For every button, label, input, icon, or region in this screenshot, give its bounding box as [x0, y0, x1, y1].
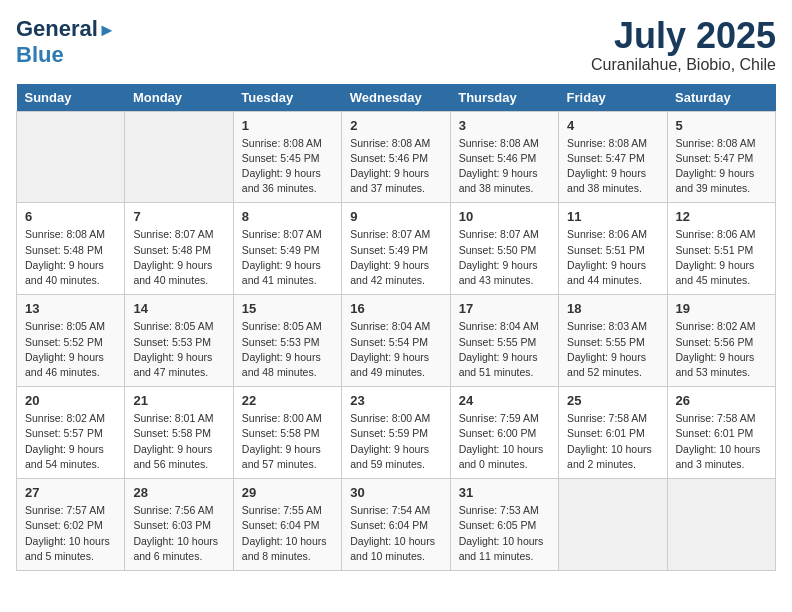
calendar-cell: 21Sunrise: 8:01 AM Sunset: 5:58 PM Dayli… — [125, 387, 233, 479]
day-info: Sunrise: 8:06 AM Sunset: 5:51 PM Dayligh… — [567, 227, 658, 288]
calendar-cell: 4Sunrise: 8:08 AM Sunset: 5:47 PM Daylig… — [559, 111, 667, 203]
weekday-header: Tuesday — [233, 84, 341, 112]
day-number: 2 — [350, 118, 441, 133]
day-info: Sunrise: 8:03 AM Sunset: 5:55 PM Dayligh… — [567, 319, 658, 380]
day-number: 28 — [133, 485, 224, 500]
weekday-header-row: SundayMondayTuesdayWednesdayThursdayFrid… — [17, 84, 776, 112]
day-number: 29 — [242, 485, 333, 500]
day-number: 9 — [350, 209, 441, 224]
calendar-cell: 28Sunrise: 7:56 AM Sunset: 6:03 PM Dayli… — [125, 479, 233, 571]
day-info: Sunrise: 8:00 AM Sunset: 5:58 PM Dayligh… — [242, 411, 333, 472]
day-number: 15 — [242, 301, 333, 316]
day-info: Sunrise: 8:08 AM Sunset: 5:47 PM Dayligh… — [676, 136, 767, 197]
day-number: 26 — [676, 393, 767, 408]
calendar-cell: 15Sunrise: 8:05 AM Sunset: 5:53 PM Dayli… — [233, 295, 341, 387]
calendar-cell: 20Sunrise: 8:02 AM Sunset: 5:57 PM Dayli… — [17, 387, 125, 479]
day-info: Sunrise: 8:07 AM Sunset: 5:50 PM Dayligh… — [459, 227, 550, 288]
calendar-cell: 6Sunrise: 8:08 AM Sunset: 5:48 PM Daylig… — [17, 203, 125, 295]
day-number: 22 — [242, 393, 333, 408]
month-title: July 2025 — [591, 16, 776, 56]
day-info: Sunrise: 7:59 AM Sunset: 6:00 PM Dayligh… — [459, 411, 550, 472]
calendar-cell: 26Sunrise: 7:58 AM Sunset: 6:01 PM Dayli… — [667, 387, 775, 479]
title-block: July 2025 Curanilahue, Biobio, Chile — [591, 16, 776, 74]
calendar-cell: 22Sunrise: 8:00 AM Sunset: 5:58 PM Dayli… — [233, 387, 341, 479]
calendar-week-row: 1Sunrise: 8:08 AM Sunset: 5:45 PM Daylig… — [17, 111, 776, 203]
calendar-cell: 27Sunrise: 7:57 AM Sunset: 6:02 PM Dayli… — [17, 479, 125, 571]
calendar-cell: 31Sunrise: 7:53 AM Sunset: 6:05 PM Dayli… — [450, 479, 558, 571]
calendar-cell: 7Sunrise: 8:07 AM Sunset: 5:48 PM Daylig… — [125, 203, 233, 295]
calendar-cell: 16Sunrise: 8:04 AM Sunset: 5:54 PM Dayli… — [342, 295, 450, 387]
logo-arrow-icon: ► — [98, 20, 116, 40]
day-info: Sunrise: 8:07 AM Sunset: 5:48 PM Dayligh… — [133, 227, 224, 288]
logo: General► Blue — [16, 16, 116, 69]
calendar-cell: 11Sunrise: 8:06 AM Sunset: 5:51 PM Dayli… — [559, 203, 667, 295]
calendar-cell: 13Sunrise: 8:05 AM Sunset: 5:52 PM Dayli… — [17, 295, 125, 387]
calendar-cell: 24Sunrise: 7:59 AM Sunset: 6:00 PM Dayli… — [450, 387, 558, 479]
calendar-table: SundayMondayTuesdayWednesdayThursdayFrid… — [16, 84, 776, 571]
calendar-cell: 2Sunrise: 8:08 AM Sunset: 5:46 PM Daylig… — [342, 111, 450, 203]
day-number: 12 — [676, 209, 767, 224]
calendar-cell: 5Sunrise: 8:08 AM Sunset: 5:47 PM Daylig… — [667, 111, 775, 203]
calendar-cell: 18Sunrise: 8:03 AM Sunset: 5:55 PM Dayli… — [559, 295, 667, 387]
day-number: 4 — [567, 118, 658, 133]
day-info: Sunrise: 8:07 AM Sunset: 5:49 PM Dayligh… — [242, 227, 333, 288]
calendar-cell: 3Sunrise: 8:08 AM Sunset: 5:46 PM Daylig… — [450, 111, 558, 203]
day-info: Sunrise: 8:04 AM Sunset: 5:55 PM Dayligh… — [459, 319, 550, 380]
day-info: Sunrise: 8:05 AM Sunset: 5:52 PM Dayligh… — [25, 319, 116, 380]
page-header: General► Blue July 2025 Curanilahue, Bio… — [16, 16, 776, 74]
day-number: 6 — [25, 209, 116, 224]
calendar-week-row: 27Sunrise: 7:57 AM Sunset: 6:02 PM Dayli… — [17, 479, 776, 571]
day-number: 30 — [350, 485, 441, 500]
calendar-cell — [559, 479, 667, 571]
day-info: Sunrise: 7:58 AM Sunset: 6:01 PM Dayligh… — [676, 411, 767, 472]
calendar-cell: 17Sunrise: 8:04 AM Sunset: 5:55 PM Dayli… — [450, 295, 558, 387]
day-info: Sunrise: 8:08 AM Sunset: 5:45 PM Dayligh… — [242, 136, 333, 197]
day-info: Sunrise: 7:54 AM Sunset: 6:04 PM Dayligh… — [350, 503, 441, 564]
calendar-week-row: 13Sunrise: 8:05 AM Sunset: 5:52 PM Dayli… — [17, 295, 776, 387]
day-info: Sunrise: 8:01 AM Sunset: 5:58 PM Dayligh… — [133, 411, 224, 472]
day-number: 21 — [133, 393, 224, 408]
day-number: 8 — [242, 209, 333, 224]
calendar-cell: 30Sunrise: 7:54 AM Sunset: 6:04 PM Dayli… — [342, 479, 450, 571]
day-number: 25 — [567, 393, 658, 408]
weekday-header: Friday — [559, 84, 667, 112]
day-info: Sunrise: 8:07 AM Sunset: 5:49 PM Dayligh… — [350, 227, 441, 288]
logo-text: General► Blue — [16, 16, 116, 69]
day-info: Sunrise: 8:08 AM Sunset: 5:46 PM Dayligh… — [459, 136, 550, 197]
day-info: Sunrise: 7:58 AM Sunset: 6:01 PM Dayligh… — [567, 411, 658, 472]
day-number: 27 — [25, 485, 116, 500]
day-info: Sunrise: 8:08 AM Sunset: 5:47 PM Dayligh… — [567, 136, 658, 197]
day-info: Sunrise: 7:56 AM Sunset: 6:03 PM Dayligh… — [133, 503, 224, 564]
calendar-cell: 1Sunrise: 8:08 AM Sunset: 5:45 PM Daylig… — [233, 111, 341, 203]
day-number: 16 — [350, 301, 441, 316]
day-number: 10 — [459, 209, 550, 224]
day-info: Sunrise: 7:55 AM Sunset: 6:04 PM Dayligh… — [242, 503, 333, 564]
location: Curanilahue, Biobio, Chile — [591, 56, 776, 74]
day-number: 5 — [676, 118, 767, 133]
day-number: 24 — [459, 393, 550, 408]
calendar-cell: 9Sunrise: 8:07 AM Sunset: 5:49 PM Daylig… — [342, 203, 450, 295]
weekday-header: Saturday — [667, 84, 775, 112]
day-number: 20 — [25, 393, 116, 408]
day-info: Sunrise: 8:04 AM Sunset: 5:54 PM Dayligh… — [350, 319, 441, 380]
calendar-cell: 12Sunrise: 8:06 AM Sunset: 5:51 PM Dayli… — [667, 203, 775, 295]
calendar-cell — [17, 111, 125, 203]
calendar-cell — [667, 479, 775, 571]
calendar-cell: 23Sunrise: 8:00 AM Sunset: 5:59 PM Dayli… — [342, 387, 450, 479]
day-info: Sunrise: 8:00 AM Sunset: 5:59 PM Dayligh… — [350, 411, 441, 472]
calendar-cell: 29Sunrise: 7:55 AM Sunset: 6:04 PM Dayli… — [233, 479, 341, 571]
day-number: 31 — [459, 485, 550, 500]
day-number: 23 — [350, 393, 441, 408]
calendar-week-row: 6Sunrise: 8:08 AM Sunset: 5:48 PM Daylig… — [17, 203, 776, 295]
day-info: Sunrise: 8:05 AM Sunset: 5:53 PM Dayligh… — [242, 319, 333, 380]
day-info: Sunrise: 7:53 AM Sunset: 6:05 PM Dayligh… — [459, 503, 550, 564]
day-number: 18 — [567, 301, 658, 316]
calendar-cell: 10Sunrise: 8:07 AM Sunset: 5:50 PM Dayli… — [450, 203, 558, 295]
day-number: 7 — [133, 209, 224, 224]
calendar-cell: 19Sunrise: 8:02 AM Sunset: 5:56 PM Dayli… — [667, 295, 775, 387]
calendar-cell — [125, 111, 233, 203]
weekday-header: Wednesday — [342, 84, 450, 112]
day-info: Sunrise: 8:02 AM Sunset: 5:56 PM Dayligh… — [676, 319, 767, 380]
day-info: Sunrise: 8:08 AM Sunset: 5:48 PM Dayligh… — [25, 227, 116, 288]
day-number: 1 — [242, 118, 333, 133]
